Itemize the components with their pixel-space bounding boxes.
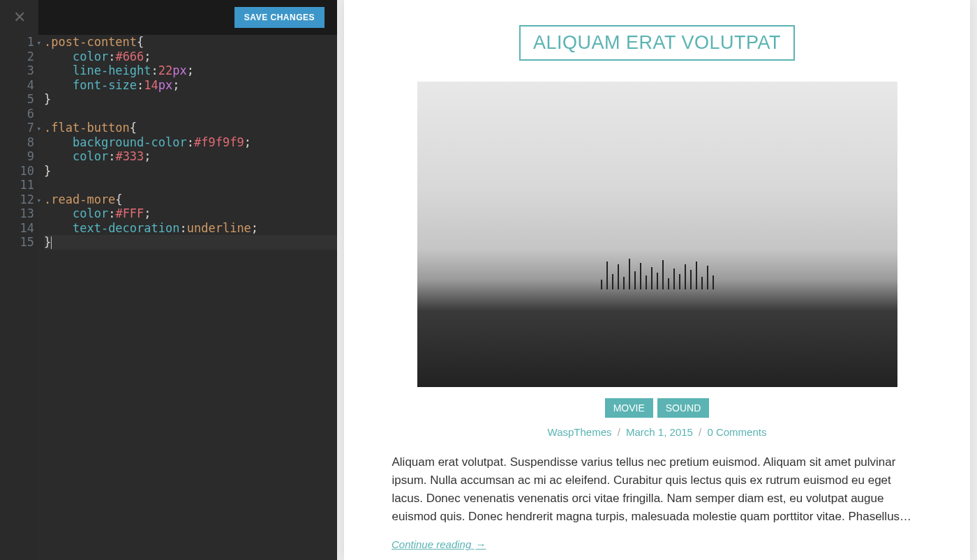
line-number: 11 xyxy=(0,178,34,192)
fold-arrow-icon[interactable]: ▾ xyxy=(36,194,41,209)
category-badge[interactable]: SOUND xyxy=(657,398,710,418)
fold-arrow-icon[interactable]: ▾ xyxy=(36,36,41,51)
comments-link[interactable]: 0 Comments xyxy=(707,426,766,438)
code-line[interactable]: .read-more{ xyxy=(44,192,337,207)
category-badge[interactable]: MOVIE xyxy=(605,398,653,418)
line-number: 4 xyxy=(0,78,34,93)
css-editor-panel: ✕ SAVE CHANGES 1▾234567▾89101112▾131415 … xyxy=(0,0,337,560)
post-meta: WaspThemes / March 1, 2015 / 0 Comments xyxy=(548,426,767,438)
code-line[interactable]: } xyxy=(44,235,337,250)
image-placeholder xyxy=(417,82,897,387)
code-line[interactable]: font-size:14px; xyxy=(44,78,337,93)
code-line[interactable]: color:#FFF; xyxy=(44,206,337,221)
read-more-label: Continue reading xyxy=(391,538,471,550)
line-number: 3 xyxy=(0,63,34,78)
line-number: 12▾ xyxy=(0,192,34,207)
code-line[interactable] xyxy=(44,107,337,121)
line-number: 2 xyxy=(0,50,34,64)
line-number: 1▾ xyxy=(0,35,34,50)
line-number: 14 xyxy=(0,221,34,236)
line-number: 10 xyxy=(0,164,34,179)
image-trees xyxy=(417,259,897,289)
arrow-right-icon: → xyxy=(475,538,486,550)
line-number: 7▾ xyxy=(0,121,34,135)
code-line[interactable]: } xyxy=(44,164,337,179)
code-line[interactable]: .post-content{ xyxy=(44,35,337,50)
code-line[interactable]: .flat-button{ xyxy=(44,121,337,135)
post-title[interactable]: ALIQUAM ERAT VOLUTPAT xyxy=(519,25,795,61)
line-number: 5 xyxy=(0,92,34,107)
code-line[interactable]: line-height:22px; xyxy=(44,63,337,78)
line-number: 13 xyxy=(0,206,34,221)
line-number: 9 xyxy=(0,149,34,164)
read-more-link[interactable]: Continue reading → xyxy=(391,538,486,550)
author-link[interactable]: WaspThemes xyxy=(548,426,612,438)
category-badges: MOVIE SOUND xyxy=(605,398,710,418)
line-number-gutter: 1▾234567▾89101112▾131415 xyxy=(0,35,38,560)
date-link[interactable]: March 1, 2015 xyxy=(626,426,693,438)
preview-panel: ALIQUAM ERAT VOLUTPAT xyxy=(337,0,977,560)
code-line[interactable]: text-decoration:underline; xyxy=(44,221,337,236)
text-cursor xyxy=(51,236,52,249)
code-line[interactable]: color:#666; xyxy=(44,50,337,64)
preview-page: ALIQUAM ERAT VOLUTPAT xyxy=(344,0,970,560)
meta-separator: / xyxy=(618,426,620,438)
line-number: 8 xyxy=(0,135,34,150)
code-line[interactable]: } xyxy=(44,92,337,107)
line-number: 6 xyxy=(0,107,34,121)
close-icon: ✕ xyxy=(13,8,26,27)
code-editor[interactable]: 1▾234567▾89101112▾131415 .post-content{ … xyxy=(0,35,337,560)
line-number: 15 xyxy=(0,235,34,250)
code-line[interactable]: background-color:#f9f9f9; xyxy=(44,135,337,150)
code-line[interactable]: color:#333; xyxy=(44,149,337,164)
close-button[interactable]: ✕ xyxy=(0,0,38,35)
code-line[interactable] xyxy=(44,178,337,192)
meta-separator: / xyxy=(699,426,701,438)
code-content[interactable]: .post-content{ color:#666; line-height:2… xyxy=(38,35,337,560)
save-button[interactable]: SAVE CHANGES xyxy=(234,7,325,28)
featured-image[interactable] xyxy=(417,82,897,387)
fold-arrow-icon[interactable]: ▾ xyxy=(36,122,41,137)
editor-toolbar: SAVE CHANGES xyxy=(38,0,337,35)
post-excerpt: Aliquam erat volutpat. Suspendisse variu… xyxy=(392,453,923,526)
